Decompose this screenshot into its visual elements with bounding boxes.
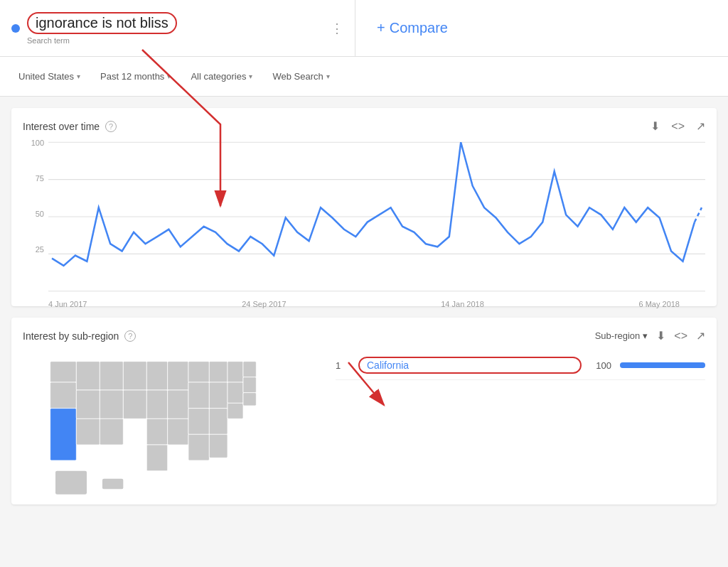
compare-plus-icon: + [377,20,385,36]
search-term-box: ignorance is not bliss Search term ⋮ [0,0,355,56]
download-icon-sub[interactable]: ⬇ [656,329,665,342]
rank-item: 1 California 100 [336,351,705,380]
svg-rect-9 [76,362,100,390]
svg-rect-21 [168,362,188,390]
svg-rect-11 [76,418,100,445]
code-icon-sub[interactable]: <> [674,330,687,342]
time-filter[interactable]: Past 12 months ▾ [93,67,178,86]
svg-rect-39 [102,479,123,490]
svg-rect-38 [55,471,87,495]
rank-bar [620,362,705,368]
interest-over-time-help-icon[interactable]: ? [105,121,117,132]
svg-rect-36 [243,377,256,393]
svg-rect-32 [228,362,243,382]
location-filter[interactable]: United States ▾ [11,67,87,86]
interest-over-time-card: Interest over time ? ⬇ <> ↗ 100 75 50 25 [11,108,717,306]
svg-rect-12 [100,362,123,390]
y-labels: 100 75 50 25 [23,139,44,281]
download-icon-time[interactable]: ⬇ [651,119,660,133]
svg-rect-33 [228,382,243,403]
code-icon-time[interactable]: <> [671,120,685,133]
svg-rect-13 [100,390,123,418]
y-label-25: 25 [23,245,44,254]
rank-value: 100 [590,360,611,371]
search-type-filter[interactable]: Web Search ▾ [265,67,336,86]
rank-number: 1 [336,360,350,371]
svg-rect-34 [228,403,243,418]
svg-rect-14 [100,418,123,445]
interest-over-time-title: Interest over time [23,121,100,132]
y-label-100: 100 [23,139,44,147]
section-actions-time: ⬇ <> ↗ [651,119,705,133]
kebab-icon[interactable]: ⋮ [331,21,343,36]
svg-rect-20 [146,445,167,471]
category-label: All categories [191,71,246,82]
search-label: Search term [27,36,177,45]
compare-box[interactable]: + Compare [355,0,728,56]
section-title-group-sub: Interest by sub-region ? [23,330,136,342]
svg-rect-31 [209,434,228,458]
interest-by-subregion-title: Interest by sub-region [23,330,119,342]
chart-area: 100 75 50 25 4 Jun 2017 24 Sep 2017 14 J… [23,139,705,295]
svg-rect-18 [146,390,167,418]
subregion-controls: Sub-region ▾ ⬇ <> ↗ [595,329,705,342]
svg-rect-19 [146,418,167,445]
x-labels: 4 Jun 2017 24 Sep 2017 14 Jan 2018 6 May… [23,297,705,308]
top-bar: ignorance is not bliss Search term ⋮ + C… [0,0,728,57]
y-label-50: 50 [23,210,44,218]
category-chevron-icon: ▾ [249,72,252,80]
svg-rect-25 [188,382,209,409]
search-term-content: ignorance is not bliss Search term [27,12,177,45]
interest-by-subregion-card: Interest by sub-region ? Sub-region ▾ ⬇ … [11,318,717,504]
subregion-help-icon[interactable]: ? [124,330,136,342]
time-chevron-icon: ▾ [167,72,171,80]
x-label-4: 6 May 2018 [639,300,680,308]
section-header-time: Interest over time ? ⬇ <> ↗ [23,119,705,133]
svg-rect-27 [188,434,209,460]
svg-rect-30 [209,409,228,435]
svg-rect-37 [243,393,256,406]
rank-bar-container [620,362,705,368]
svg-rect-35 [243,362,256,377]
blue-dot [11,24,20,33]
search-type-chevron-icon: ▾ [326,72,330,80]
svg-rect-28 [209,362,228,382]
time-label: Past 12 months [100,71,164,82]
interest-chart-svg [23,139,705,295]
svg-rect-26 [188,409,209,435]
search-type-label: Web Search [272,71,323,82]
x-label-3: 14 Jan 2018 [441,300,484,308]
subregion-select-label: Sub-region [595,330,641,341]
us-map-svg [23,351,307,507]
svg-rect-17 [146,362,167,390]
svg-line-5 [695,207,702,222]
share-icon-time[interactable]: ↗ [696,119,705,133]
subregion-header: Interest by sub-region ? Sub-region ▾ ⬇ … [23,329,705,342]
svg-rect-8 [50,409,77,460]
ranking-list: 1 California 100 [336,351,705,380]
rank-region-name[interactable]: California [358,357,582,374]
svg-rect-22 [168,390,188,418]
x-label-1: 4 Jun 2017 [48,300,87,308]
svg-rect-7 [50,382,77,409]
location-label: United States [18,71,74,82]
svg-rect-15 [123,362,146,390]
svg-rect-29 [209,382,228,409]
search-term-text[interactable]: ignorance is not bliss [27,12,177,34]
svg-rect-23 [168,418,188,445]
svg-rect-6 [50,362,77,382]
category-filter[interactable]: All categories ▾ [183,67,259,86]
y-label-75: 75 [23,174,44,183]
svg-rect-24 [188,362,209,382]
subregion-select[interactable]: Sub-region ▾ [595,330,648,341]
share-icon-sub[interactable]: ↗ [696,329,705,342]
us-map-area [23,351,321,493]
svg-rect-16 [123,390,146,418]
subregion-body: 1 California 100 [23,351,705,493]
compare-label: Compare [390,20,448,36]
location-chevron-icon: ▾ [77,72,80,80]
x-label-2: 24 Sep 2017 [242,300,286,308]
section-title-group-time: Interest over time ? [23,121,117,132]
filters-bar: United States ▾ Past 12 months ▾ All cat… [0,57,728,97]
svg-rect-10 [76,390,100,418]
